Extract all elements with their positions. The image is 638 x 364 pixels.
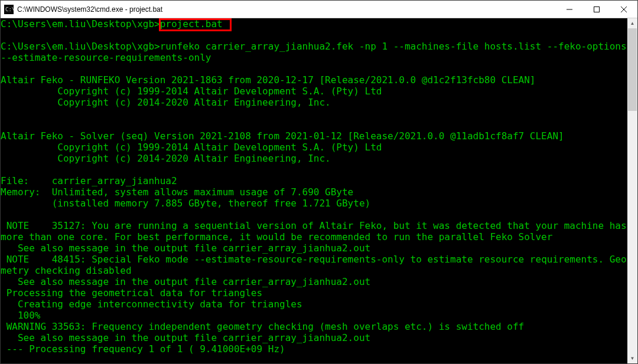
titlebar[interactable]: C:\ C:\WINDOWS\system32\cmd.exe - projec…	[1, 1, 637, 18]
scroll-up-arrow[interactable]: ▲	[627, 18, 637, 28]
maximize-button[interactable]	[583, 1, 610, 18]
client-area: C:\Users\em.liu\Desktop\xgb>project.bat …	[1, 18, 637, 363]
svg-rect-4	[594, 6, 600, 12]
cmd-window: C:\ C:\WINDOWS\system32\cmd.exe - projec…	[0, 0, 638, 364]
terminal-output[interactable]: C:\Users\em.liu\Desktop\xgb>project.bat …	[1, 18, 627, 363]
cmd-icon: C:\	[4, 5, 14, 14]
scroll-down-arrow[interactable]: ▼	[627, 353, 637, 363]
window-controls	[556, 1, 637, 18]
window-title: C:\WINDOWS\system32\cmd.exe - project.ba…	[17, 5, 556, 14]
close-button[interactable]	[610, 1, 637, 18]
svg-text:C:\: C:\	[5, 6, 14, 12]
scroll-thumb[interactable]	[628, 28, 637, 111]
vertical-scrollbar[interactable]: ▲ ▼	[627, 18, 637, 363]
minimize-button[interactable]	[556, 1, 583, 18]
